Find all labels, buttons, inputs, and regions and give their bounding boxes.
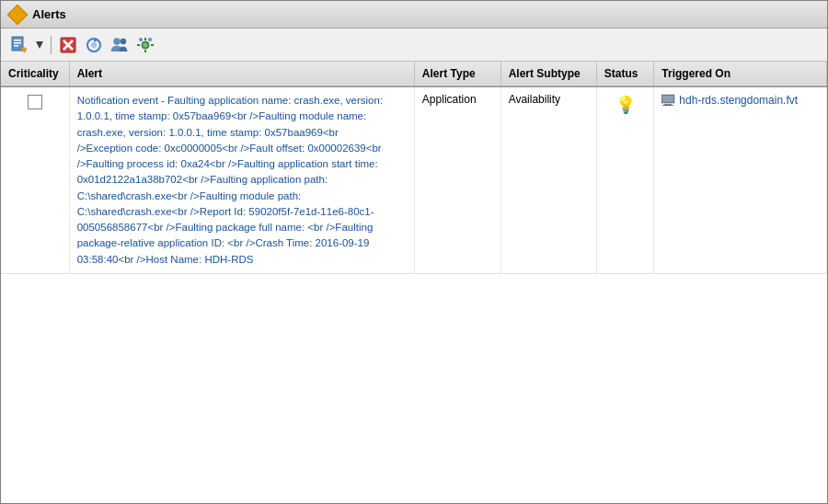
delete-button[interactable] (57, 34, 79, 56)
alerts-window: Alerts (0, 0, 828, 504)
alerts-table: Criticality Alert Alert Type Alert Subty… (1, 62, 827, 274)
svg-rect-24 (662, 105, 673, 106)
col-triggered-on: Triggered On (654, 62, 827, 86)
delete-icon (60, 37, 76, 53)
svg-rect-22 (662, 96, 673, 102)
svg-point-10 (91, 42, 97, 48)
table-row: Notification event - Faulting applicatio… (1, 86, 827, 273)
computer-icon: hdh-rds.stengdomain.fvt (661, 94, 798, 107)
col-status: Status (596, 62, 654, 86)
svg-rect-15 (144, 38, 146, 40)
svg-marker-5 (36, 41, 43, 49)
svg-point-20 (148, 38, 152, 41)
col-alert-type: Alert Type (414, 62, 500, 86)
col-alert: Alert (69, 62, 414, 86)
users-button[interactable] (109, 34, 131, 56)
window-icon (7, 4, 29, 25)
criticality-cell (1, 86, 69, 273)
svg-rect-16 (144, 50, 146, 52)
alert-subtype-cell: Availability (500, 86, 596, 273)
config-button[interactable] (134, 34, 156, 56)
toolbar (1, 29, 827, 62)
status-cell: 💡 (596, 86, 654, 273)
alert-type-cell: Application (414, 86, 500, 273)
svg-rect-2 (14, 42, 21, 44)
new-button[interactable] (8, 34, 30, 56)
toolbar-separator-1 (51, 36, 52, 54)
svg-point-14 (144, 43, 147, 47)
alerts-table-container: Criticality Alert Alert Type Alert Subty… (1, 62, 827, 503)
triggered-on-text: hdh-rds.stengdomain.fvt (679, 94, 798, 107)
title-bar: Alerts (1, 1, 827, 29)
svg-point-11 (114, 38, 121, 44)
window-title: Alerts (32, 7, 66, 21)
svg-rect-3 (14, 45, 18, 47)
refresh-button[interactable] (83, 34, 105, 56)
alert-cell: Notification event - Faulting applicatio… (69, 86, 414, 273)
triggered-on-cell: hdh-rds.stengdomain.fvt (654, 86, 827, 273)
dropdown-arrow-button[interactable] (34, 34, 45, 56)
config-icon (136, 37, 155, 53)
svg-point-12 (121, 39, 126, 44)
svg-rect-18 (151, 44, 154, 46)
new-icon (10, 36, 29, 54)
refresh-icon (86, 37, 102, 53)
svg-rect-17 (137, 44, 140, 46)
table-header-row: Criticality Alert Alert Type Alert Subty… (1, 62, 827, 86)
users-icon (110, 37, 129, 53)
svg-point-19 (139, 38, 143, 41)
server-icon (661, 94, 676, 107)
dropdown-arrow-icon (36, 41, 43, 49)
svg-rect-1 (14, 40, 21, 41)
col-criticality: Criticality (1, 62, 69, 86)
row-checkbox[interactable] (28, 95, 42, 109)
col-alert-subtype: Alert Subtype (500, 62, 596, 86)
bulb-icon: 💡 (615, 95, 636, 115)
alert-text: Notification event - Faulting applicatio… (77, 93, 390, 268)
